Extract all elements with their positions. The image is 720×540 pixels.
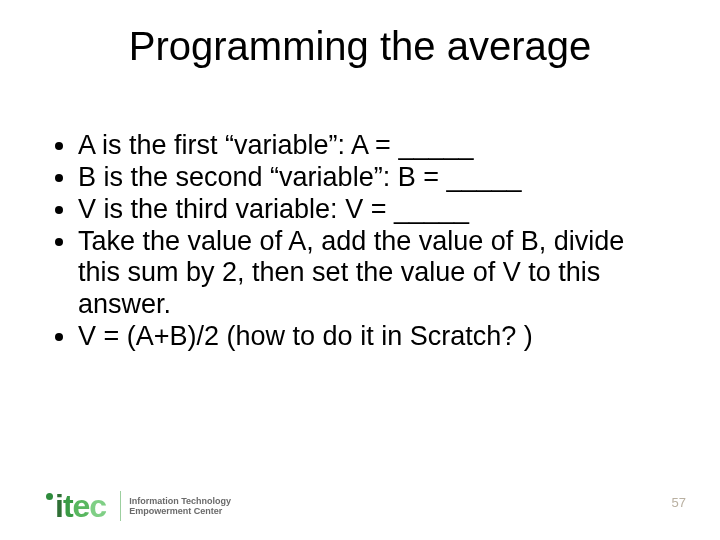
bullet-item: B is the second “variable”: B = _____ [78, 162, 670, 194]
bullet-item: V = (A+B)/2 (how to do it in Scratch? ) [78, 321, 670, 353]
logo-letter-i: i [55, 490, 63, 522]
logo-divider [120, 491, 121, 521]
tagline-line-2: Empowerment Center [129, 506, 231, 516]
slide-title: Programming the average [0, 24, 720, 69]
page-number: 57 [672, 495, 686, 510]
logo-letter-c: c [89, 490, 106, 522]
tagline-line-1: Information Technology [129, 496, 231, 506]
bullet-list: A is the first “variable”: A = _____ B i… [58, 130, 670, 353]
logo-tagline: Information Technology Empowerment Cente… [129, 496, 231, 517]
logo-letter-t: t [63, 490, 73, 522]
logo-letter-e: e [73, 490, 90, 522]
footer-logo: i t e c Information Technology Empowerme… [46, 490, 231, 522]
logo-dot-icon [46, 493, 53, 500]
bullet-item: A is the first “variable”: A = _____ [78, 130, 670, 162]
slide: Programming the average A is the first “… [0, 0, 720, 540]
bullet-item: Take the value of A, add the value of B,… [78, 226, 670, 322]
bullet-item: V is the third variable: V = _____ [78, 194, 670, 226]
itec-logo: i t e c [46, 490, 106, 522]
slide-body: A is the first “variable”: A = _____ B i… [58, 130, 670, 353]
